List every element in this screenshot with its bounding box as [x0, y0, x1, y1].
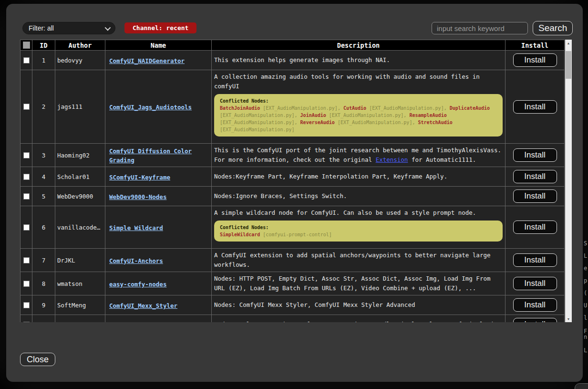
row-description: A ComfyUI extension to add spatial ancho… [214, 251, 503, 270]
row-checkbox[interactable] [23, 104, 30, 110]
row-checkbox[interactable] [23, 57, 30, 63]
row-id: 1 [32, 51, 55, 70]
column-header-description: Description [212, 40, 505, 51]
row-id: 4 [32, 167, 55, 187]
search-button[interactable]: Search [533, 21, 573, 35]
install-button[interactable]: Install [513, 189, 557, 203]
row-checkbox[interactable] [23, 302, 30, 308]
extension-name-link[interactable]: ComfyUI_Mexx_Styler [109, 302, 177, 309]
conflicted-nodes-box: Conflicted Nodes:SimpleWildcard [comfyui… [214, 221, 503, 242]
background-clipped-text: ( [584, 290, 588, 296]
install-button[interactable]: Install [513, 221, 557, 234]
description-link[interactable]: Extension [376, 156, 408, 163]
conflict-node-name: JoinAudio [300, 113, 326, 118]
row-checkbox[interactable] [23, 257, 30, 263]
conflict-node-source: [comfyui-prompt-control] [263, 232, 332, 237]
extension-name-link[interactable]: WebDev9000-Nodes [109, 193, 166, 200]
row-author: SoftMeng [57, 302, 103, 309]
table-row: 10zcfrank1stComfyUI Yolov8Nodes: Yolov8D… [21, 315, 565, 323]
row-checkbox[interactable] [23, 224, 30, 231]
row-description: This extension helps generate images thr… [214, 55, 503, 65]
filter-select-value: Filter: all [29, 24, 54, 32]
extension-name-link[interactable]: ComfyUI-Anchors [109, 257, 163, 264]
conflict-node-name: SimpleWildcard [220, 232, 260, 237]
install-button[interactable]: Install [513, 170, 557, 183]
row-description: Nodes: Yolov8Detection, Yolov8Segmentati… [214, 320, 503, 322]
channel-badge[interactable]: Channel: recent [124, 22, 196, 33]
search-input[interactable] [432, 22, 528, 34]
scrollbar-thumb[interactable] [566, 51, 571, 79]
extension-name-link[interactable]: ComfyUI Yolov8 [109, 322, 159, 323]
conflicted-nodes-title: Conflicted Nodes: [220, 224, 497, 231]
table-row: 4Scholar01SComfyUI-KeyframeNodes:Keyfram… [21, 167, 565, 187]
screen: SLep(Ul'FnL Filter: all Channel: recent … [0, 0, 588, 389]
background-clipped-text: L [584, 347, 588, 354]
install-button[interactable]: Install [513, 148, 557, 162]
conflict-node-source: [EXT_AudioManipulation.py] [338, 120, 413, 125]
install-button[interactable]: Install [513, 53, 557, 67]
row-id: 9 [32, 295, 55, 315]
row-description: A collection amazing audio tools for wor… [214, 72, 503, 91]
close-button[interactable]: Close [20, 353, 55, 366]
scroll-down-arrow-icon[interactable]: ▼ [565, 315, 572, 322]
extensions-table: ID Author Name Description Install 1bedo… [20, 40, 565, 322]
column-header-name: Name [105, 40, 212, 51]
background-clipped-text: U [584, 302, 588, 309]
conflicted-nodes-list: BatchJoinAudio [EXT_AudioManipulation.py… [220, 105, 497, 133]
conflict-node-name: DuplicateAudio [450, 105, 490, 111]
table-row: 3Haoming02ComfyUI Diffusion Color Gradin… [21, 144, 565, 167]
row-description: Nodes: HTTP POST, Empty Dict, Assoc Str,… [214, 274, 503, 293]
install-button[interactable]: Install [513, 100, 557, 114]
row-author: jags111 [57, 103, 103, 110]
extension-name-link[interactable]: Simple Wildcard [109, 224, 163, 231]
row-id: 2 [32, 70, 55, 144]
select-all-checkbox[interactable] [23, 42, 30, 49]
install-button[interactable]: Install [513, 298, 557, 312]
chevron-down-icon [105, 24, 111, 31]
column-header-author: Author [55, 40, 105, 51]
table-row: 8wmatsoneasy-comfy-nodesNodes: HTTP POST… [21, 272, 565, 295]
table-scrollbar[interactable]: ▲ ▼ [565, 40, 572, 322]
row-checkbox[interactable] [23, 281, 30, 287]
row-author: Haoming02 [57, 152, 103, 159]
conflict-node-name: ReverseAudio [300, 120, 335, 125]
background-clipped-text: p [584, 277, 588, 284]
row-author: bedovyy [57, 57, 103, 64]
background-clipped-text: l' [584, 315, 588, 321]
row-description: Nodes:Keyframe Part, Keyframe Interpolat… [214, 172, 503, 181]
column-header-install: Install [505, 40, 565, 51]
extension-name-link[interactable]: ComfyUI_NAIDGenerator [109, 57, 185, 64]
row-author: wmatson [57, 280, 103, 287]
table-row: 7DrJKLComfyUI-AnchorsA ComfyUI extension… [21, 249, 565, 272]
conflict-node-source: [EXT_AudioManipulation.py] [329, 113, 404, 118]
table-row: 9SoftMengComfyUI_Mexx_StylerNodes: Comfy… [21, 295, 565, 315]
install-button[interactable]: Install [513, 318, 557, 322]
background-clipped-text: n [584, 334, 588, 340]
row-id: 5 [32, 187, 55, 206]
row-id: 3 [32, 144, 55, 167]
conflict-node-source: [EXT_AudioManipulation.py] [369, 105, 444, 111]
row-author: WebDev9000 [57, 193, 103, 200]
row-author: zcfrank1st [57, 321, 103, 323]
extension-name-link[interactable]: SComfyUI-Keyframe [109, 174, 170, 181]
conflict-node-source: [EXT_AudioManipulation.py] [220, 113, 295, 118]
row-checkbox[interactable] [23, 152, 30, 158]
row-id: 8 [32, 272, 55, 295]
extension-name-link[interactable]: ComfyUI_Jags_Audiotools [109, 104, 192, 111]
install-button[interactable]: Install [513, 277, 557, 290]
filter-select[interactable]: Filter: all [22, 22, 115, 34]
conflicted-nodes-list: SimpleWildcard [comfyui-prompt-control] [220, 231, 497, 238]
row-checkbox[interactable] [23, 174, 30, 180]
table-row: 6vanillacode314Simple WildcardA simple w… [21, 206, 565, 249]
conflicted-nodes-title: Conflicted Nodes: [220, 97, 497, 105]
conflict-node-source: [EXT_AudioManipulation.py] [263, 105, 338, 111]
extension-name-link[interactable]: easy-comfy-nodes [109, 281, 166, 288]
conflict-node-name: ResampleAudio [409, 113, 446, 118]
extension-name-link[interactable]: ComfyUI Diffusion Color Grading [109, 147, 192, 164]
install-button[interactable]: Install [513, 253, 557, 267]
scroll-up-arrow-icon[interactable]: ▲ [565, 40, 572, 46]
conflict-node-name: CutAudio [343, 105, 366, 111]
background-clipped-text: e [584, 265, 588, 272]
row-checkbox[interactable] [23, 193, 30, 200]
row-checkbox[interactable] [23, 322, 30, 323]
